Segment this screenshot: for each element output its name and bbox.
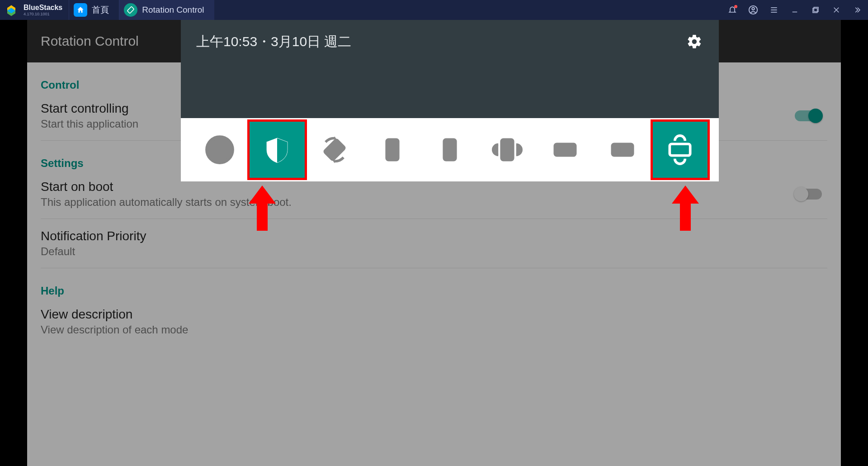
home-icon xyxy=(74,3,87,17)
svg-rect-16 xyxy=(387,139,398,160)
annotation-arrow-right xyxy=(671,185,700,231)
rotation-mode-row: R R xyxy=(181,118,719,181)
notifications-icon[interactable] xyxy=(727,5,738,15)
svg-rect-20 xyxy=(555,144,575,156)
bluestacks-titlebar: BlueStacks 4.170.10.1001 首頁 Rotation Con… xyxy=(0,0,868,20)
svg-rect-0 xyxy=(127,6,134,13)
svg-rect-8 xyxy=(813,8,817,13)
svg-rect-19 xyxy=(502,139,514,160)
mode-guard[interactable] xyxy=(248,120,306,179)
close-icon[interactable] xyxy=(831,5,842,15)
titlebar-controls xyxy=(727,0,863,20)
mode-landscape-sensor[interactable] xyxy=(651,120,709,179)
notification-badge xyxy=(734,5,737,8)
bluestacks-logo-icon xyxy=(5,2,21,18)
notification-shade: 上午10:53・3月10日 週二 R R xyxy=(181,20,719,181)
account-icon[interactable] xyxy=(748,5,759,15)
mode-landscape-reverse[interactable]: R xyxy=(594,120,651,179)
svg-rect-23 xyxy=(670,144,690,156)
svg-text:R: R xyxy=(446,143,453,155)
settings-gear-icon[interactable] xyxy=(685,33,703,51)
tab-home[interactable]: 首頁 xyxy=(69,0,119,20)
bluestacks-brand: BlueStacks 4.170.10.1001 xyxy=(24,4,62,16)
menu-icon[interactable] xyxy=(769,5,779,15)
expand-sidebar-icon[interactable] xyxy=(852,5,863,15)
mode-portrait-reverse[interactable]: R xyxy=(421,120,478,179)
brand-version: 4.170.10.1001 xyxy=(24,12,62,16)
mode-auto-rotate[interactable] xyxy=(191,120,248,179)
svg-marker-24 xyxy=(249,185,276,231)
tab-label: 首頁 xyxy=(92,4,109,16)
shade-header: 上午10:53・3月10日 週二 xyxy=(181,20,719,118)
mode-portrait-sensor[interactable] xyxy=(479,120,536,179)
minimize-icon[interactable] xyxy=(789,5,800,15)
annotation-arrow-left xyxy=(248,185,277,231)
rotation-app-icon xyxy=(124,3,137,17)
svg-rect-7 xyxy=(814,7,818,12)
brand-name: BlueStacks xyxy=(24,4,62,11)
tab-rotation-control[interactable]: Rotation Control xyxy=(119,0,214,20)
shade-time-date: 上午10:53・3月10日 週二 xyxy=(196,33,351,51)
mode-auto-rotate-alt[interactable] xyxy=(306,120,363,179)
svg-text:R: R xyxy=(619,145,626,155)
mode-portrait[interactable] xyxy=(363,120,421,179)
tab-label: Rotation Control xyxy=(142,5,204,15)
mode-landscape[interactable] xyxy=(536,120,594,179)
maximize-icon[interactable] xyxy=(810,5,821,15)
svg-marker-25 xyxy=(672,185,699,231)
tab-bar: 首頁 Rotation Control xyxy=(69,0,214,20)
svg-point-2 xyxy=(752,8,755,10)
